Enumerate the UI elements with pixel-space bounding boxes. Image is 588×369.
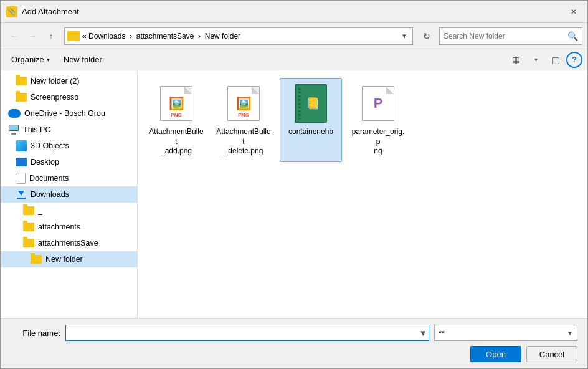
organize-chevron: ▾ <box>47 56 50 63</box>
organize-label: Organize <box>11 55 44 64</box>
folder-icon <box>16 76 27 86</box>
sidebar-item-new-folder[interactable]: New folder <box>1 251 137 267</box>
sidebar-item-attachments[interactable]: attachments <box>1 219 137 235</box>
add-attachment-dialog: 📎 Add Attachment ✕ ← → ↑ « Downloads › a… <box>0 0 588 369</box>
file-icon-ehb: 📒 <box>291 84 331 123</box>
search-box[interactable]: 🔍 <box>439 27 582 45</box>
sidebar-label: Documents <box>29 174 69 183</box>
button-row: Open Cancel <box>11 346 577 362</box>
filename-row: File name: ▼ ** ▼ <box>11 325 577 341</box>
file-icon-param <box>358 84 398 123</box>
view-tiles-button[interactable]: ▦ <box>506 52 525 68</box>
documents-icon <box>16 173 26 184</box>
file-icon-delete: 🖼️ PNG <box>224 84 263 123</box>
sidebar-item-documents[interactable]: Documents <box>1 170 137 186</box>
dialog-title: Add Attachment <box>22 7 565 16</box>
new-folder-button[interactable]: New folder <box>58 52 108 68</box>
help-button[interactable]: ? <box>566 52 582 68</box>
sidebar-label: New folder <box>45 255 83 264</box>
sidebar-item-onedrive[interactable]: OneDrive - Bosch Grou <box>1 105 137 122</box>
forward-button[interactable]: → <box>24 28 40 44</box>
search-input[interactable] <box>443 32 567 41</box>
sidebar-label: 3D Objects <box>31 141 69 150</box>
sidebar-label: Downloads <box>31 190 69 199</box>
file-label-parameter-orig: parameter_orig.png <box>350 127 406 156</box>
sidebar-item-dash[interactable]: _ <box>1 203 137 219</box>
pc-icon <box>8 125 19 135</box>
close-button[interactable]: ✕ <box>565 4 582 19</box>
search-icon[interactable]: 🔍 <box>567 31 578 41</box>
open-button[interactable]: Open <box>470 346 521 362</box>
back-button[interactable]: ← <box>6 28 22 44</box>
sidebar-item-new-folder-2[interactable]: New folder (2) <box>1 73 137 89</box>
address-folder-icon <box>67 31 80 41</box>
sidebar-label: OneDrive - Bosch Grou <box>24 109 105 118</box>
title-bar: 📎 Add Attachment ✕ <box>1 1 587 23</box>
address-text: « Downloads › attachmentsSave › New fold… <box>82 32 399 41</box>
dialog-icon: 📎 <box>6 6 18 18</box>
folder-icon <box>23 238 34 248</box>
file-label-attachment-add: AttachmentBullet_add.png <box>148 127 204 156</box>
file-toolbar: Organize ▾ New folder ▦ ▾ ◫ ? <box>1 49 587 70</box>
filename-input[interactable] <box>66 325 417 340</box>
sidebar-label: attachmentsSave <box>38 239 98 247</box>
file-icon-add: 🖼️ PNG <box>156 84 196 123</box>
file-item-attachment-add[interactable]: 🖼️ PNG AttachmentBullet_add.png <box>145 78 207 162</box>
folder-icon <box>16 92 27 102</box>
sidebar-label: Desktop <box>31 158 59 166</box>
main-area: New folder (2) Screenpresso OneDrive - B… <box>1 70 587 318</box>
sidebar-label: New folder (2) <box>31 77 80 85</box>
sidebar-item-this-pc[interactable]: This PC <box>1 122 137 138</box>
sidebar-item-desktop[interactable]: Desktop <box>1 154 137 170</box>
filename-input-wrap[interactable]: ▼ <box>65 325 429 341</box>
folder-icon <box>23 222 34 232</box>
sidebar-label: _ <box>38 206 42 215</box>
address-toolbar: ← → ↑ « Downloads › attachmentsSave › Ne… <box>1 23 587 49</box>
desktop-icon <box>16 158 27 166</box>
preview-pane-button[interactable]: ◫ <box>546 52 565 68</box>
filetype-arrow: ▼ <box>567 330 573 337</box>
sidebar-item-downloads[interactable]: Downloads <box>1 186 137 203</box>
cancel-button[interactable]: Cancel <box>526 346 577 362</box>
file-item-container-ehb[interactable]: 📒 container.ehb <box>280 78 342 162</box>
address-dropdown-button[interactable] <box>399 31 410 42</box>
attachment-icon: 📎 <box>6 6 17 17</box>
file-content-area: 🖼️ PNG AttachmentBullet_add.png 🖼️ PNG A… <box>138 70 587 318</box>
bottom-area: File name: ▼ ** ▼ Open Cancel <box>1 318 587 368</box>
filetype-text: ** <box>439 328 567 338</box>
onedrive-icon <box>8 109 21 118</box>
view-dropdown-button[interactable]: ▾ <box>526 52 545 68</box>
file-label-container-ehb: container.ehb <box>288 127 333 137</box>
sidebar-item-screenpresso[interactable]: Screenpresso <box>1 89 137 105</box>
sidebar: New folder (2) Screenpresso OneDrive - B… <box>1 70 138 318</box>
new-folder-label: New folder <box>64 55 102 64</box>
sidebar-label: Screenpresso <box>31 93 78 102</box>
3d-objects-icon <box>16 140 27 151</box>
filename-dropdown-button[interactable]: ▼ <box>417 325 429 340</box>
sidebar-item-3d-objects[interactable]: 3D Objects <box>1 138 137 154</box>
view-controls: ▦ ▾ ◫ ? <box>506 52 582 68</box>
sidebar-item-attachments-save[interactable]: attachmentsSave <box>1 235 137 251</box>
address-bar[interactable]: « Downloads › attachmentsSave › New fold… <box>64 27 413 45</box>
downloads-icon <box>16 189 27 199</box>
filename-label: File name: <box>11 328 60 338</box>
window-controls: ✕ <box>565 4 582 19</box>
folder-icon <box>31 254 42 264</box>
refresh-button[interactable]: ↻ <box>419 28 434 44</box>
sidebar-label: This PC <box>23 125 50 134</box>
organize-button[interactable]: Organize ▾ <box>6 52 55 68</box>
filetype-select[interactable]: ** ▼ <box>434 325 577 341</box>
file-label-attachment-delete: AttachmentBullet_delete.png <box>216 127 272 156</box>
sidebar-label: attachments <box>38 223 80 231</box>
file-item-parameter-orig[interactable]: parameter_orig.png <box>347 78 409 162</box>
up-button[interactable]: ↑ <box>43 28 59 44</box>
folder-icon <box>23 206 34 216</box>
file-item-attachment-delete[interactable]: 🖼️ PNG AttachmentBullet_delete.png <box>212 78 275 162</box>
